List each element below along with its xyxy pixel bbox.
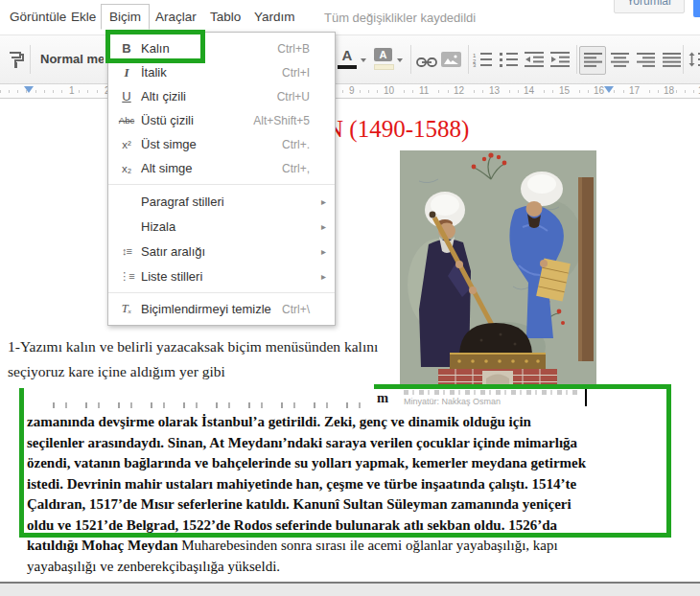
toolbar-separator (683, 45, 684, 74)
mixed-line-regular-part: Muharebesinden sonra sırası ile acemi oğ… (178, 538, 558, 553)
bold-paragraph-line: zamanında devşirme olarak İstanbul’a get… (27, 412, 586, 433)
image-caption: Minyatür: Nakkaş Osman (404, 397, 501, 406)
bold-paragraph-line: istedi. Devrinin mahir ustaları mahiyeti… (27, 474, 586, 495)
instruction-line: seçiyoruz kare içine aldığım yer gibi (8, 359, 378, 384)
menu-item-shortcut: Ctrl+I (282, 66, 310, 80)
bold-paragraph-line: seçilenler arasındaydı. Sinan, At Meydan… (27, 433, 586, 454)
menu-bar: Görüntüle Ekle Biçim Araçlar Tablo Yardı… (0, 0, 700, 32)
document-canvas[interactable]: N (1490-1588) 1-Yazımı kalın ve belirli … (0, 99, 700, 596)
increase-indent-icon[interactable] (550, 52, 571, 71)
menu-item[interactable]: Tₓ Biçimlendirmeyi temizle Ctrl+\ (108, 297, 335, 321)
menu-item-shortcut: Alt+Shift+5 (253, 114, 310, 127)
menu-item-icon: Tₓ (115, 302, 138, 316)
clipped-text-fragments (53, 402, 374, 408)
align-right-icon[interactable] (637, 53, 656, 71)
menubar-item[interactable]: Biçim (101, 4, 150, 30)
format-menu: B Kalın Ctrl+B I İtalik Ctrl+I U Altı çi… (107, 32, 336, 326)
align-center-icon[interactable] (611, 53, 630, 71)
text-color-bar (338, 65, 357, 69)
decrease-indent-icon[interactable] (525, 52, 545, 71)
ruler-number: 14 (522, 85, 536, 96)
comments-button[interactable]: Yorumlar (614, 0, 685, 13)
share-button-partial[interactable] (693, 0, 700, 17)
paint-format-icon[interactable] (8, 51, 25, 72)
menu-item-label: İtalik (141, 65, 282, 80)
toolbar-separator (468, 45, 469, 74)
numbered-list-icon[interactable]: 123 (473, 52, 493, 71)
indent-marker-right-icon[interactable] (604, 86, 614, 93)
ruler-number: 18 (662, 85, 676, 96)
ruler-number: 15 (557, 85, 572, 96)
image-caption-blurred-line (404, 390, 578, 395)
highlight-color-caret-icon[interactable] (397, 58, 403, 62)
submenu-arrow-icon (321, 163, 335, 173)
menu-item[interactable]: ⋮≡ Liste stilleri (108, 264, 335, 288)
paragraph-style-dropdown[interactable]: Normal me... (40, 52, 104, 66)
annotation-box-paragraph-right (666, 384, 671, 538)
annotation-box-paragraph-top (374, 384, 671, 389)
menubar-item[interactable]: Yardım (245, 4, 304, 30)
menu-item-icon: ↕≡ (115, 245, 138, 257)
menu-item-shortcut: Ctrl+B (277, 42, 310, 56)
menubar-item[interactable]: Tablo (201, 4, 249, 30)
menu-item[interactable]: I İtalik Ctrl+I (108, 60, 335, 84)
submenu-arrow-icon (321, 115, 335, 126)
menu-item-label: Üst simge (141, 137, 282, 151)
menu-separator (108, 292, 335, 293)
toolbar-separator (410, 45, 411, 74)
menubar-item[interactable]: Ekle (62, 4, 105, 30)
closing-line: yayabaşılığı ve zenberekçibaşılığa yükse… (27, 557, 586, 578)
menu-item-label: Alt simge (141, 161, 282, 175)
submenu-arrow-icon (321, 91, 335, 102)
ruler-number: 17 (627, 85, 642, 96)
menu-item[interactable]: x₂ Alt simge Ctrl+, (108, 156, 335, 180)
highlight-color-bar (374, 64, 394, 70)
ottoman-miniature-image[interactable] (400, 150, 596, 388)
svg-text:3: 3 (473, 62, 477, 67)
document-title-partial: N (1490-1588) (326, 116, 469, 143)
wrapped-text-char: m (377, 390, 388, 406)
text-color-icon[interactable]: A (338, 47, 357, 63)
submenu-arrow-icon (321, 304, 335, 314)
menu-item-label: Biçimlendirmeyi temizle (141, 302, 282, 316)
menu-item[interactable]: x² Üst simge Ctrl+. (108, 132, 335, 156)
menu-item[interactable]: Paragraf stilleri (108, 189, 335, 214)
menubar-item[interactable]: Araçlar (147, 4, 205, 30)
annotation-box-bold-menu-item (105, 30, 205, 63)
menu-item[interactable]: Hizala (108, 214, 335, 239)
toolbar-separator (30, 45, 31, 74)
menu-item-icon: x² (115, 139, 138, 150)
link-icon[interactable] (416, 55, 437, 72)
toolbar-separator (576, 45, 577, 74)
highlight-color-icon[interactable]: A (374, 48, 392, 61)
align-left-icon[interactable] (584, 53, 603, 71)
menu-item-label: Satır aralığı (141, 244, 310, 259)
menu-item-icon: U (115, 89, 138, 103)
menu-item-shortcut: Ctrl+. (282, 138, 310, 151)
menu-item-icon: I (115, 65, 138, 80)
indent-marker-left-icon[interactable] (24, 86, 34, 93)
text-color-caret-icon[interactable] (361, 58, 366, 62)
menu-item[interactable]: Abc Üstü çizili Alt+Shift+5 (108, 108, 335, 132)
ruler-number: 1 (67, 85, 77, 96)
bold-paragraph-line: Çaldıran, 1517’de Mısır seferlerine katı… (27, 494, 586, 516)
bold-paragraph: zamanında devşirme olarak İstanbul’a get… (27, 412, 586, 577)
google-docs-window: Görüntüle Ekle Biçim Araçlar Tablo Yardı… (0, 0, 700, 596)
menu-item-icon: Abc (115, 115, 138, 126)
align-justify-icon[interactable] (663, 53, 682, 71)
menu-item-label: Liste stilleri (141, 269, 310, 284)
menu-item[interactable]: U Altı çizili Ctrl+U (108, 84, 335, 108)
annotation-box-paragraph-left (19, 388, 24, 538)
menu-item-shortcut: Ctrl+U (277, 90, 310, 103)
mixed-format-line: katıldığı Mohaç Meydan Muharebesinden so… (27, 536, 586, 557)
ruler-number: 10 (382, 85, 396, 96)
menu-item-shortcut: Ctrl+\ (282, 303, 310, 316)
line-spacing-icon[interactable] (688, 52, 700, 71)
insert-image-icon[interactable] (441, 52, 461, 71)
menu-item-label: Altı çizili (141, 89, 277, 103)
ruler[interactable]: 1 2 3 4 5 6 7 8 9 10 11 12 (0, 84, 700, 99)
instruction-line: 1-Yazımı kalın ve belirli yazacaksak biç… (8, 334, 378, 359)
menu-item[interactable]: ↕≡ Satır aralığı (108, 239, 335, 264)
bulleted-list-icon[interactable] (499, 52, 519, 71)
annotation-box-paragraph-bottom (19, 533, 671, 538)
